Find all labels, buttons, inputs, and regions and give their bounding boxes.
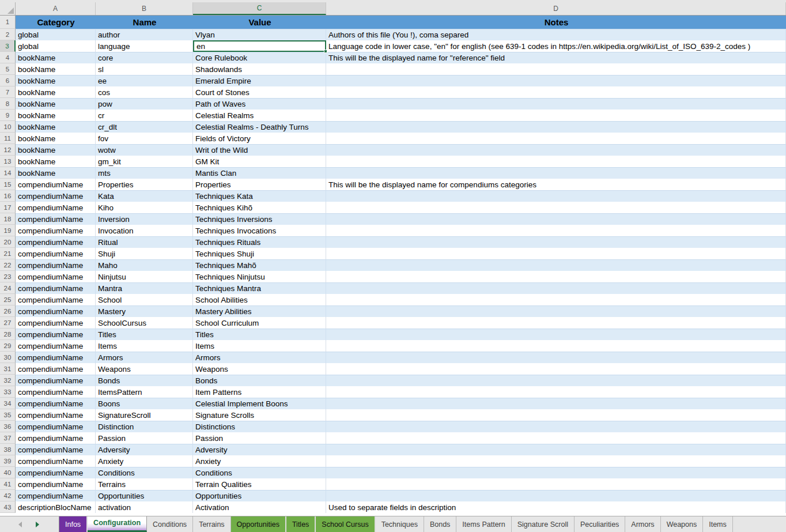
cell-A30[interactable]: compendiumName bbox=[16, 352, 96, 363]
cell-B37[interactable]: Passion bbox=[96, 432, 193, 444]
row-header-28[interactable]: 28 bbox=[0, 329, 16, 340]
cell-C2[interactable]: Vlyan bbox=[193, 29, 326, 40]
sheet-tab-bonds[interactable]: Bonds bbox=[424, 516, 456, 532]
cell-A25[interactable]: compendiumName bbox=[16, 294, 96, 305]
row-header-19[interactable]: 19 bbox=[0, 225, 16, 236]
cell-C31[interactable]: Weapons bbox=[193, 363, 326, 375]
row-header-10[interactable]: 10 bbox=[0, 121, 16, 133]
cell-A29[interactable]: compendiumName bbox=[16, 340, 96, 352]
cell-A33[interactable]: compendiumName bbox=[16, 386, 96, 398]
cell-B25[interactable]: School bbox=[96, 294, 193, 305]
cell-A38[interactable]: compendiumName bbox=[16, 444, 96, 455]
cell-A13[interactable]: bookName bbox=[16, 156, 96, 167]
cell-D41[interactable] bbox=[326, 478, 786, 490]
cell-B22[interactable]: Maho bbox=[96, 259, 193, 271]
cell-D9[interactable] bbox=[326, 110, 786, 121]
cell-C25[interactable]: School Abilities bbox=[193, 294, 326, 305]
cell-A11[interactable]: bookName bbox=[16, 133, 96, 144]
cell-B33[interactable]: ItemsPattern bbox=[96, 386, 193, 398]
cell-D35[interactable] bbox=[326, 409, 786, 421]
cell-A26[interactable]: compendiumName bbox=[16, 305, 96, 317]
cell-C19[interactable]: Techniques Invocations bbox=[193, 225, 326, 236]
row-header-42[interactable]: 42 bbox=[0, 490, 16, 501]
cell-A6[interactable]: bookName bbox=[16, 75, 96, 86]
cell-B18[interactable]: Inversion bbox=[96, 213, 193, 225]
cell-D38[interactable] bbox=[326, 444, 786, 455]
cell-B21[interactable]: Shuji bbox=[96, 248, 193, 259]
sheet-tab-titles[interactable]: Titles bbox=[286, 516, 316, 532]
cell-D42[interactable] bbox=[326, 490, 786, 501]
cell-A28[interactable]: compendiumName bbox=[16, 329, 96, 340]
cell-C17[interactable]: Techniques Kihõ bbox=[193, 202, 326, 213]
cell-B17[interactable]: Kiho bbox=[96, 202, 193, 213]
cell-C5[interactable]: Shadowlands bbox=[193, 63, 326, 75]
cell-C13[interactable]: GM Kit bbox=[193, 156, 326, 167]
row-header-36[interactable]: 36 bbox=[0, 421, 16, 432]
cell-D5[interactable] bbox=[326, 63, 786, 75]
row-header-31[interactable]: 31 bbox=[0, 363, 16, 375]
cell-D13[interactable] bbox=[326, 156, 786, 167]
row-header-2[interactable]: 2 bbox=[0, 29, 16, 40]
cell-C38[interactable]: Adversity bbox=[193, 444, 326, 455]
column-header-B[interactable]: B bbox=[96, 2, 193, 15]
cell-D43[interactable]: Used to separate fields in description bbox=[326, 501, 786, 513]
row-header-12[interactable]: 12 bbox=[0, 144, 16, 156]
cell-A5[interactable]: bookName bbox=[16, 63, 96, 75]
row-header-26[interactable]: 26 bbox=[0, 305, 16, 317]
cell-D1[interactable]: Notes bbox=[326, 16, 786, 29]
cell-B14[interactable]: mts bbox=[96, 167, 193, 179]
row-header-38[interactable]: 38 bbox=[0, 444, 16, 455]
cell-C35[interactable]: Signature Scrolls bbox=[193, 409, 326, 421]
cell-A37[interactable]: compendiumName bbox=[16, 432, 96, 444]
cell-C34[interactable]: Celestial Implement Boons bbox=[193, 398, 326, 409]
cell-A32[interactable]: compendiumName bbox=[16, 375, 96, 386]
cell-B5[interactable]: sl bbox=[96, 63, 193, 75]
cell-C23[interactable]: Techniques Ninjutsu bbox=[193, 271, 326, 282]
cell-B32[interactable]: Bonds bbox=[96, 375, 193, 386]
row-header-14[interactable]: 14 bbox=[0, 167, 16, 179]
cell-C18[interactable]: Techniques Inversions bbox=[193, 213, 326, 225]
row-header-3[interactable]: 3 bbox=[0, 40, 16, 52]
cell-A15[interactable]: compendiumName bbox=[16, 179, 96, 190]
cell-C3[interactable]: en bbox=[193, 40, 326, 52]
cell-A4[interactable]: bookName bbox=[16, 52, 96, 63]
cell-D18[interactable] bbox=[326, 213, 786, 225]
cell-D40[interactable] bbox=[326, 467, 786, 478]
cell-B19[interactable]: Invocation bbox=[96, 225, 193, 236]
sheet-nav-prev-icon[interactable] bbox=[18, 522, 22, 527]
row-header-7[interactable]: 7 bbox=[0, 86, 16, 98]
cell-D2[interactable]: Authors of this file (You !), coma separ… bbox=[326, 29, 786, 40]
cell-C20[interactable]: Techniques Rituals bbox=[193, 236, 326, 248]
cell-D3[interactable]: Language code in lower case, "en" for en… bbox=[326, 40, 786, 52]
row-header-35[interactable]: 35 bbox=[0, 409, 16, 421]
cell-A22[interactable]: compendiumName bbox=[16, 259, 96, 271]
row-header-43[interactable]: 43 bbox=[0, 501, 16, 513]
sheet-tab-items-pattern[interactable]: Items Pattern bbox=[456, 516, 511, 532]
cell-A41[interactable]: compendiumName bbox=[16, 478, 96, 490]
cell-B6[interactable]: ee bbox=[96, 75, 193, 86]
cell-B13[interactable]: gm_kit bbox=[96, 156, 193, 167]
cell-C29[interactable]: Items bbox=[193, 340, 326, 352]
cell-A35[interactable]: compendiumName bbox=[16, 409, 96, 421]
cell-D10[interactable] bbox=[326, 121, 786, 133]
cell-C4[interactable]: Core Rulebook bbox=[193, 52, 326, 63]
cell-D27[interactable] bbox=[326, 317, 786, 329]
cell-A24[interactable]: compendiumName bbox=[16, 282, 96, 294]
row-header-16[interactable]: 16 bbox=[0, 190, 16, 202]
cell-B30[interactable]: Armors bbox=[96, 352, 193, 363]
row-header-23[interactable]: 23 bbox=[0, 271, 16, 282]
cell-A14[interactable]: bookName bbox=[16, 167, 96, 179]
cell-D19[interactable] bbox=[326, 225, 786, 236]
cell-C12[interactable]: Writ of the Wild bbox=[193, 144, 326, 156]
row-header-11[interactable]: 11 bbox=[0, 133, 16, 144]
row-header-33[interactable]: 33 bbox=[0, 386, 16, 398]
row-header-22[interactable]: 22 bbox=[0, 259, 16, 271]
cell-C11[interactable]: Fields of Victory bbox=[193, 133, 326, 144]
cell-D21[interactable] bbox=[326, 248, 786, 259]
cell-C40[interactable]: Conditions bbox=[193, 467, 326, 478]
cell-C7[interactable]: Court of Stones bbox=[193, 86, 326, 98]
cell-A16[interactable]: compendiumName bbox=[16, 190, 96, 202]
cell-C36[interactable]: Distinctions bbox=[193, 421, 326, 432]
cell-B39[interactable]: Anxiety bbox=[96, 455, 193, 467]
cell-B31[interactable]: Weapons bbox=[96, 363, 193, 375]
